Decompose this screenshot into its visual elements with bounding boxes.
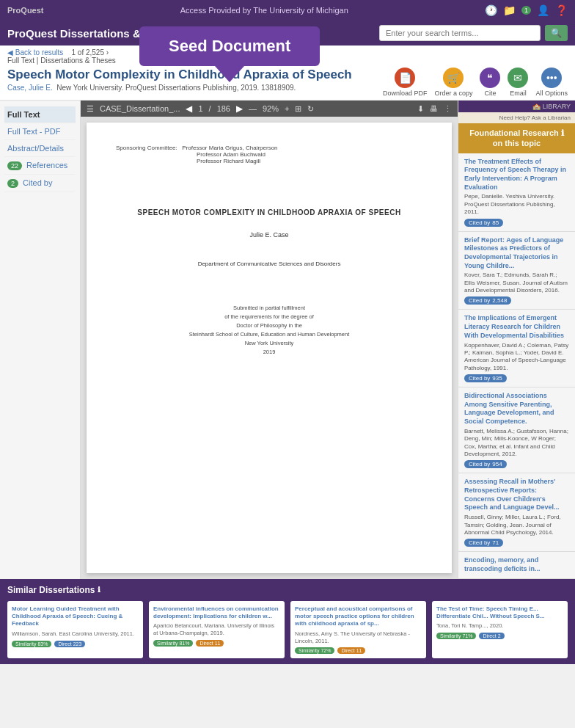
references-badge: 22 [7,161,22,170]
foundational-item-2: The Implications of Emergent Literacy Re… [458,310,575,387]
folder-icon[interactable]: 📁 [503,4,516,16]
top-navigation: ProQuest Access Provided by The Universi… [0,0,575,21]
all-options-button[interactable]: ••• All Options [535,68,568,97]
foundational-item-1: Brief Report: Ages of Language Milestone… [458,232,575,310]
similar-dissertations-header: Similar Dissertations ℹ [7,585,568,595]
clock-icon[interactable]: 🕐 [485,4,497,16]
similarity-badge-3: Similarity 71% [436,633,476,639]
similar-card-badges-1: Similarity 81% Direct 11 [153,640,280,647]
similar-info-icon[interactable]: ℹ [98,586,100,594]
search-input[interactable] [379,25,541,41]
access-text: Access Provided by The University of Mic… [180,6,348,15]
user-icon[interactable]: 👤 [537,4,549,16]
foundational-research-header: Foundational Research ℹ on this topic [458,123,575,153]
pdf-main-title: SPEECH MOTOR COMPLEXITY IN CHILDHOOD APR… [137,208,400,216]
foundational-title-2[interactable]: The Implications of Emergent Literacy Re… [464,314,569,340]
pdf-prev-button[interactable]: ◀ [186,103,192,114]
pdf-committee: Sponsoring Committee: Professor Maria Gr… [116,145,422,164]
pdf-icon: 📄 [395,68,415,88]
similar-grid: Motor Learning Guided Treatment with Chi… [7,601,568,659]
sidebar-item-cited-by[interactable]: 2 Cited by [4,175,76,192]
similar-card-title-3[interactable]: The Test of Time: Speech Timing E... Dif… [436,605,563,621]
foundational-meta-1: Kover, Sara T.; Edmunds, Sarah R.; Ellis… [464,272,569,294]
cited-badge-0: Cited by 85 [464,219,503,227]
cite-button[interactable]: ❝ Cite [480,68,500,97]
similar-card-3: The Test of Time: Speech Timing E... Dif… [432,601,568,659]
document-meta: Case, Julie E. New York University. ProQ… [7,84,383,92]
pdf-viewer: ☰ CASE_Dissertation_... ◀ 1 / 186 ▶ — 92… [81,101,458,579]
foundational-meta-4: Russell, Ginny; Miller, Laura L.; Ford, … [464,514,569,536]
similar-card-2: Perceptual and acoustical comparisons of… [290,601,426,659]
pdf-page-current: 1 [198,104,202,113]
similar-card-meta-1: Aparicio Betancourt, Mariana. University… [153,622,280,637]
foundational-meta-3: Barnett, Melissa A.; Gustafsson, Hanna; … [464,428,569,459]
search-button[interactable]: 🔍 [545,25,568,41]
similarity-badge-0: Similarity 83% [12,641,51,647]
left-sidebar: Full Text Full Text - PDF Abstract/Detai… [0,101,81,579]
cart-icon: 🛒 [443,68,464,88]
foundational-item-5: Encoding, memory, and transcoding defici… [458,552,575,578]
need-help-text[interactable]: Need Help? Ask a Librarian [458,112,575,123]
document-actions: 📄 Download PDF 🛒 Order a copy ❝ Cite ✉ E… [383,68,568,97]
similar-card-meta-3: Tona, Tori N. Tamp..., 2020. [436,622,563,630]
email-button[interactable]: ✉ Email [508,68,528,97]
similar-card-title-2[interactable]: Perceptual and acoustical comparisons of… [295,605,422,628]
pdf-page-total: 186 [217,104,230,113]
sidebar-item-fulltext-pdf[interactable]: Full Text - PDF [4,123,76,140]
foundational-title-4[interactable]: Assessing Recall in Mothers' Retrospecti… [464,478,569,512]
cited-by-badge: 2 [7,179,18,188]
similarity-badge-1: Similarity 81% [153,640,193,647]
cite-icon: ❝ [480,68,500,88]
foundational-title-1[interactable]: Brief Report: Ages of Language Milestone… [464,236,569,271]
menu-icon[interactable]: ☰ [87,104,94,114]
foundational-title-5[interactable]: Encoding, memory, and transcoding defici… [464,556,569,573]
pdf-next-button[interactable]: ▶ [236,103,243,114]
seed-document-overlay: Seed Document [139,26,320,82]
pdf-filename: CASE_Dissertation_... [100,104,180,113]
library-header: 🏫 LIBRARY [458,101,575,112]
pdf-rotate-icon[interactable]: ↻ [307,104,314,114]
question-icon[interactable]: ❓ [555,4,568,16]
sidebar-item-references[interactable]: 22 References [4,157,76,175]
pdf-page-content: Sponsoring Committee: Professor Maria Gr… [87,123,452,573]
pdf-zoom: 92% [263,104,279,113]
author-link[interactable]: Case, Julie E. [7,84,53,92]
pdf-department: Department of Communicative Sciences and… [198,261,341,267]
pdf-submission: Submitted in partial fulfillment of the … [189,304,349,357]
similarity-badge-2: Similarity 72% [295,647,334,654]
cited-badge-3: Cited by 954 [464,460,507,468]
order-copy-button[interactable]: 🛒 Order a copy [434,68,472,97]
pdf-print-icon[interactable]: 🖶 [430,104,438,113]
seed-document-label: Seed Document [139,26,320,66]
cited-badge-2: Cited by 935 [464,374,507,382]
similar-card-badges-0: Similarity 83% Direct 223 [12,641,139,647]
info-icon[interactable]: ℹ [561,128,564,137]
direct-badge-2: Direct 11 [337,647,365,654]
proquest-logo: ProQuest [7,6,44,15]
nav-icons: 🕐 📁 1 👤 ❓ [485,4,568,16]
pdf-download-icon[interactable]: ⬇ [417,104,424,114]
foundational-title-0[interactable]: The Treatment Effects of Frequency of Sp… [464,158,569,192]
foundational-meta-2: Koppenhaver, David A.; Coleman, Patsy P.… [464,342,569,373]
similar-card-meta-0: Williamson, Sarah. East Carolina Univers… [12,630,139,638]
search-area: 🔍 [379,25,568,41]
foundational-title-3[interactable]: Bidirectional Associations Among Sensiti… [464,392,569,426]
similar-card-title-1[interactable]: Environmental influences on communicatio… [153,605,280,621]
direct-badge-3: Direct 2 [479,633,504,639]
download-pdf-button[interactable]: 📄 Download PDF [383,68,428,97]
sidebar-item-fulltext[interactable]: Full Text [4,106,76,123]
pdf-view-icon[interactable]: ⊞ [295,104,301,114]
notification-badge[interactable]: 1 [521,6,531,15]
main-content: Full Text Full Text - PDF Abstract/Detai… [0,101,575,579]
cited-badge-4: Cited by 71 [464,539,503,547]
seed-document-arrow [215,66,244,82]
sidebar-item-abstract[interactable]: Abstract/Details [4,140,76,157]
pdf-options-icon[interactable]: ⋮ [444,104,452,114]
back-to-results-link[interactable]: ◀ Back to results [7,48,65,57]
similar-card-meta-2: Nordness, Amy S. The University of Nebra… [295,630,422,645]
similar-card-title-0[interactable]: Motor Learning Guided Treatment with Chi… [12,605,139,628]
similar-card-1: Environmental influences on communicatio… [149,601,285,659]
similar-card-0: Motor Learning Guided Treatment with Chi… [7,601,143,659]
foundational-item-0: The Treatment Effects of Frequency of Sp… [458,153,575,232]
cited-badge-1: Cited by 2,548 [464,296,511,305]
